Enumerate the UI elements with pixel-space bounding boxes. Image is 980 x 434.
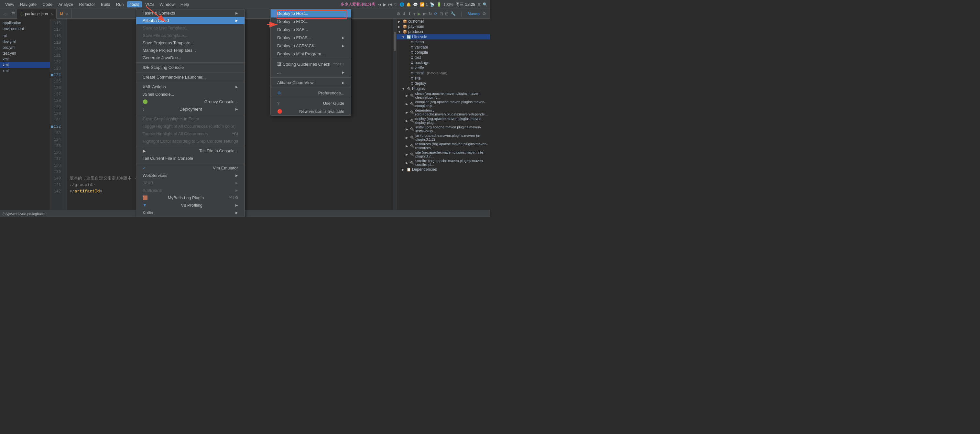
menu-kotlin[interactable]: Kotlin ▶ xyxy=(136,209,245,216)
toolbar-maven-btn[interactable]: m xyxy=(423,11,426,16)
nav-icon-forward[interactable]: ▷ xyxy=(8,12,10,16)
toolbar-upload[interactable]: ⬆ xyxy=(408,11,411,16)
submenu-deploy-sae[interactable]: Deploy to SAE... xyxy=(271,25,351,33)
submenu-deploy-host[interactable]: Deploy to Host... xyxy=(271,10,351,17)
menu-analyze[interactable]: Analyze xyxy=(56,1,76,8)
maven-tree-site[interactable]: ▶ ⚙ site xyxy=(396,76,490,81)
globe-icon[interactable]: 🌐 xyxy=(399,2,404,7)
maven-tree-plugin-deploy[interactable]: ▶ 🔌 deploy (org.apache.maven.plugins:mav… xyxy=(396,116,490,125)
sidebar-pro-yml[interactable]: pro.yml xyxy=(0,45,50,51)
menu-refactor[interactable]: Refactor xyxy=(76,1,98,8)
sidebar-xml3[interactable]: xml xyxy=(0,68,50,74)
menu-view[interactable]: View xyxy=(3,1,17,8)
menu-deployment[interactable]: ↓ Deployment ▶ xyxy=(136,105,245,113)
menu-xml-actions[interactable]: XML Actions ▶ xyxy=(136,83,245,91)
menu-mybatis-log[interactable]: 🟫 MyBatis Log Plugin ^^⇧O xyxy=(136,194,245,202)
menu-v8-profiling[interactable]: ▼ V8 Profiling ▶ xyxy=(136,202,245,209)
tools-dropdown[interactable]: Tasks & Contexts ▶ Alibaba Cloud ▶ Save … xyxy=(136,9,245,217)
toolbar-columns[interactable]: ⊟ xyxy=(439,11,443,16)
maven-tree-dependencies[interactable]: ▶ 📋 Dependencies xyxy=(396,167,490,172)
menu-tasks-contexts[interactable]: Tasks & Contexts ▶ xyxy=(136,10,245,17)
menu-navigate[interactable]: Navigate xyxy=(18,1,39,8)
maven-tree-plugin-jar[interactable]: ▶ 🔌 jar (org.apache.maven.plugins:maven-… xyxy=(396,133,490,141)
menu-alibaba-code[interactable]: 🔴 阿里编码规约 ▶ xyxy=(136,216,245,217)
maven-tree-plugins[interactable]: ▼ 🔌 Plugins xyxy=(396,86,490,91)
tab-close-btn[interactable]: ✕ xyxy=(51,12,53,16)
submenu-cloud-view[interactable]: Alibaba Cloud View xyxy=(271,79,351,87)
sidebar-xml1[interactable]: xml xyxy=(0,56,50,62)
maven-settings-icon[interactable]: ⚙ xyxy=(482,11,489,16)
maven-tree-validate[interactable]: ▶ ⚙ validate xyxy=(396,45,490,50)
submenu-deploy-mini[interactable]: Deploy to Mini Program... xyxy=(271,50,351,58)
submenu-preferences[interactable]: ⚙ Preferences... xyxy=(271,89,351,97)
toolbar-run-btn[interactable]: ▶ xyxy=(418,11,421,16)
toolbar-download[interactable]: ⬇ xyxy=(402,11,406,16)
maven-tree-plugin-surefire[interactable]: ▶ 🔌 surefire (org.apache.maven.plugins:m… xyxy=(396,159,490,167)
maven-tree-package[interactable]: ▶ ⚙ package xyxy=(396,60,490,65)
submenu-coding-guidelines[interactable]: 🖼 Coding Guidelines Check ^⌥⇧T xyxy=(271,60,351,68)
tab-close-btn-2[interactable]: ✕ xyxy=(66,12,68,16)
editor-scrollbar[interactable] xyxy=(393,19,396,216)
maven-tree-plugin-site[interactable]: ▶ 🔌 site (org.apache.maven.plugins:maven… xyxy=(396,150,490,159)
toolbar-expand[interactable]: ⊞ xyxy=(445,11,449,16)
nav-icon-back[interactable]: ◁ xyxy=(3,12,6,16)
menu-vim-emulator[interactable]: ✓ Vim Emulator xyxy=(136,164,245,172)
toolbar-sync[interactable]: ⟳ xyxy=(434,11,438,16)
toolbar-wrench[interactable]: 🔧 xyxy=(450,11,456,16)
menu-window[interactable]: Window xyxy=(157,1,177,8)
menu-vcs[interactable]: VCS xyxy=(143,1,156,8)
menu-save-project-template[interactable]: Save Project as Template... xyxy=(136,39,245,46)
menu-jshell[interactable]: JShell Console... xyxy=(136,91,245,98)
menu-manage-templates[interactable]: Manage Project Templates... xyxy=(136,46,245,54)
sidebar-application[interactable]: application xyxy=(0,20,50,26)
menu-cmdline-launcher[interactable]: Create Command-line Launcher... xyxy=(136,73,245,81)
maven-tree-plugin-resources[interactable]: ▶ 🔌 resources (org.apache.maven.plugins:… xyxy=(396,141,490,150)
tab-package-json[interactable]: { } package.json ✕ xyxy=(17,9,57,19)
submenu-deploy-ecs[interactable]: Deploy to ECS... xyxy=(271,17,351,25)
wechat-icon[interactable]: 💬 xyxy=(413,2,418,7)
menu-tools[interactable]: Tools xyxy=(127,1,142,8)
sidebar-test-yml[interactable]: test.yml xyxy=(0,51,50,56)
menu-tail-current[interactable]: Tail Current File in Console xyxy=(136,154,245,162)
sidebar-xml2[interactable]: xml xyxy=(0,62,50,68)
maven-tree-deploy[interactable]: ▶ ⚙ deploy xyxy=(396,81,490,86)
sidebar-environment[interactable]: environment xyxy=(0,26,50,32)
bell-icon[interactable]: 🔔 xyxy=(406,2,411,7)
maven-tree-lifecycle[interactable]: ▼ 🔄 Lifecycle xyxy=(396,34,490,40)
maven-tree-plugin-dependency[interactable]: ▶ 🔌 dependency (org.apache.maven.plugins… xyxy=(396,108,490,116)
maven-tree-test[interactable]: ▶ ⚙ test xyxy=(396,55,490,60)
menu-help[interactable]: Help xyxy=(178,1,192,8)
maven-tree-producer[interactable]: ▼ 📦 producer xyxy=(396,29,490,34)
maven-tree-plugin-clean[interactable]: ▶ 🔌 clean (org.apache.maven.plugins:mave… xyxy=(396,91,490,100)
menu-run[interactable]: Run xyxy=(113,1,126,8)
toolbar-refresh[interactable]: ↻ xyxy=(428,11,432,16)
menu-generate-javadoc[interactable]: Generate JavaDoc... xyxy=(136,54,245,62)
menu-webservices[interactable]: WebServices ▶ xyxy=(136,172,245,179)
media-control-next[interactable]: ⏭ xyxy=(388,2,392,7)
toolbar-settings[interactable]: ⚙ xyxy=(396,11,401,16)
recent-files-icon[interactable]: ☰ xyxy=(12,12,15,16)
maven-tree-plugin-compiler[interactable]: ▶ 🔌 compiler (org.apache.maven.plugins:m… xyxy=(396,100,490,108)
submenu-more[interactable]: ... xyxy=(271,68,351,76)
toolbar-add[interactable]: + xyxy=(414,11,416,16)
menu-code[interactable]: Code xyxy=(40,1,55,8)
tab-m[interactable]: M ✕ xyxy=(57,9,72,19)
maven-tree-customer[interactable]: ▶ 📦 customer xyxy=(396,19,490,24)
maven-tree-clean[interactable]: ▶ ⚙ clean xyxy=(396,40,490,45)
sidebar-ml[interactable]: ml xyxy=(0,33,50,39)
menu-tail-file[interactable]: ▶ Tail File in Console... xyxy=(136,147,245,154)
maven-tree-install[interactable]: ▶ ⚙ install (Before Run) xyxy=(396,70,490,76)
submenu-user-guide[interactable]: ? User Guide xyxy=(271,99,351,107)
media-control-prev[interactable]: ⏮ xyxy=(377,2,381,7)
sidebar-dev-yml[interactable]: dev.yml xyxy=(0,39,50,45)
heart-icon[interactable]: ♡ xyxy=(394,2,398,7)
submenu-new-version[interactable]: 🔴 New version is available xyxy=(271,107,351,116)
submenu-deploy-acr[interactable]: Deploy to ACR/ACK xyxy=(271,42,351,50)
menu-groovy[interactable]: 🟢 Groovy Console... xyxy=(136,98,245,105)
menu-ide-scripting[interactable]: IDE Scripting Console xyxy=(136,64,245,71)
maven-tree-compile[interactable]: ▶ ⚙ compile xyxy=(396,50,490,55)
search-icon-top[interactable]: 🔍 xyxy=(482,2,487,7)
media-control-play[interactable]: ▶ xyxy=(383,2,386,7)
maven-tree-verify[interactable]: ▶ ⚙ verify xyxy=(396,65,490,70)
submenu-deploy-edas[interactable]: Deploy to EDAS... xyxy=(271,33,351,42)
